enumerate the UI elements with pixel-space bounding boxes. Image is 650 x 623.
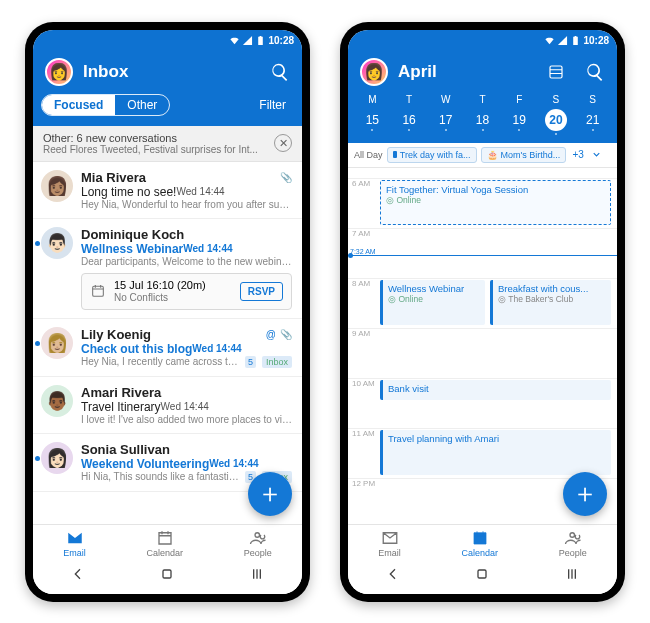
new-event-fab[interactable]: ＋ [563, 472, 607, 516]
svg-rect-0 [93, 286, 104, 296]
event-dot-icon [445, 129, 447, 131]
recents-icon[interactable] [249, 566, 265, 586]
message-time: Wed 14:44 [192, 343, 241, 354]
event-yoga[interactable]: Fit Together: Virtual Yoga Session ◎ Onl… [380, 180, 611, 225]
phone-inbox: 10:28 Inbox Focused Other Filter Other: … [25, 22, 310, 602]
nav-calendar[interactable]: Calendar [146, 529, 183, 558]
signal-icon [557, 35, 568, 46]
bottom-nav: Email Calendar People [348, 524, 617, 560]
allday-event-1[interactable]: Trek day with fa... [387, 147, 477, 163]
people-icon [564, 529, 582, 547]
message-preview: Hey Nia, Wonderful to hear from you afte… [81, 199, 292, 210]
week-picker[interactable]: MTWTFSS 15 16 17 18 19 20 21 [348, 94, 617, 143]
date-cell[interactable]: 19 [501, 113, 538, 131]
other-banner[interactable]: Other: 6 new conversations Reed Flores T… [33, 126, 302, 162]
message-subject: Check out this blog [81, 342, 192, 356]
message-item[interactable]: 👨🏻 Dominique Koch Wellness Webinar Wed 1… [33, 219, 302, 319]
home-icon[interactable] [474, 566, 490, 586]
sender-avatar[interactable]: 👨🏾 [41, 385, 73, 417]
home-icon[interactable] [159, 566, 175, 586]
sender-avatar[interactable]: 👨🏻 [41, 227, 73, 259]
message-subject: Travel Itinerary [81, 400, 161, 414]
plus-icon: ＋ [257, 476, 283, 511]
phone-calendar: 10:28 April MTWTFSS 15 16 17 18 19 20 21 [340, 22, 625, 602]
agenda-icon[interactable] [547, 63, 565, 81]
message-item[interactable]: 👩🏽 Mia Rivera 📎 Long time no see! Wed 14… [33, 162, 302, 219]
close-icon[interactable]: ✕ [274, 134, 292, 152]
square-icon [393, 151, 397, 158]
event-bank[interactable]: Bank visit [380, 380, 611, 400]
now-indicator [348, 255, 617, 256]
rsvp-button[interactable]: RSVP [240, 282, 283, 301]
location-icon: ◎ [386, 195, 396, 205]
date-cell[interactable]: 17 [427, 113, 464, 131]
event-webinar[interactable]: Wellness Webinar ◎ Online [380, 280, 485, 325]
recents-icon[interactable] [564, 566, 580, 586]
tab-other[interactable]: Other [115, 95, 169, 115]
date-number: 18 [476, 113, 489, 127]
sender-avatar[interactable]: 👩🏽 [41, 170, 73, 202]
date-cell[interactable]: 21 [574, 113, 611, 131]
dow-label: S [574, 94, 611, 105]
date-cell[interactable]: 16 [391, 113, 428, 131]
nav-email-label: Email [63, 548, 86, 558]
message-subject: Weekend Volunteering [81, 457, 209, 471]
allday-label: All Day [354, 150, 383, 160]
android-nav [348, 560, 617, 594]
date-cell[interactable]: 18 [464, 113, 501, 131]
event-breakfast[interactable]: Breakfast with cous... ◎ The Baker's Clu… [490, 280, 611, 325]
event-travel[interactable]: Travel planning with Amari [380, 430, 611, 475]
message-item[interactable]: 👩🏼 Lily Koenig @ 📎 Check out this blog W… [33, 319, 302, 377]
message-item[interactable]: 👨🏾 Amari Rivera Travel Itinerary Wed 14:… [33, 377, 302, 434]
event-location: The Baker's Club [508, 294, 573, 304]
allday-event-2[interactable]: 🎂Mom's Birthd... [481, 147, 566, 163]
day-timeline[interactable]: 6 AM 7 AM 8 AM 9 AM 10 AM 11 AM 12 PM 7:… [348, 168, 617, 524]
hour-label: 9 AM [352, 329, 370, 338]
nav-email[interactable]: Email [63, 529, 86, 558]
status-time: 10:28 [583, 35, 609, 46]
back-icon[interactable] [385, 566, 401, 586]
hour-label: 7 AM [352, 229, 370, 238]
message-preview: Hey Nia, I recently came across this... [81, 356, 239, 367]
meeting-card[interactable]: 15 Jul 16:10 (20m) No Conflicts RSVP [81, 273, 292, 310]
hour-label: 8 AM [352, 279, 370, 288]
search-icon[interactable] [585, 62, 605, 82]
back-icon[interactable] [70, 566, 86, 586]
sender-name: Dominique Koch [81, 227, 292, 242]
unread-dot-icon [35, 456, 40, 461]
compose-fab[interactable]: ＋ [248, 472, 292, 516]
event-dot-icon [555, 133, 557, 135]
nav-people[interactable]: People [244, 529, 272, 558]
mail-icon [381, 529, 399, 547]
filter-button[interactable]: Filter [259, 98, 290, 112]
nav-email[interactable]: Email [378, 529, 401, 558]
search-icon[interactable] [270, 62, 290, 82]
date-cell[interactable]: 15 [354, 113, 391, 131]
avatar[interactable] [360, 58, 388, 86]
allday-more[interactable]: +3 [570, 149, 587, 160]
date-number: 15 [366, 113, 379, 127]
chevron-down-icon[interactable] [591, 149, 602, 160]
event-title: Breakfast with cous... [498, 283, 606, 294]
nav-calendar-label: Calendar [146, 548, 183, 558]
meeting-time: 15 Jul 16:10 (20m) [114, 279, 232, 292]
calendar-icon [471, 529, 489, 547]
gift-icon: 🎂 [487, 150, 498, 160]
message-time: Wed 14:44 [209, 458, 258, 469]
nav-calendar[interactable]: Calendar [461, 529, 498, 558]
avatar[interactable] [45, 58, 73, 86]
message-list[interactable]: 👩🏽 Mia Rivera 📎 Long time no see! Wed 14… [33, 162, 302, 524]
sender-avatar[interactable]: 👩🏻 [41, 442, 73, 474]
nav-people[interactable]: People [559, 529, 587, 558]
event-dot-icon [408, 129, 410, 131]
inbox-tabs: Focused Other Filter [33, 94, 302, 126]
unread-dot-icon [35, 241, 40, 246]
tab-focused[interactable]: Focused [42, 95, 115, 115]
sender-avatar[interactable]: 👩🏼 [41, 327, 73, 359]
meeting-conflicts: No Conflicts [114, 292, 232, 304]
message-time: Wed 14:44 [161, 401, 209, 412]
message-subject: Wellness Webinar [81, 242, 183, 256]
date-cell[interactable]: 20 [538, 109, 575, 135]
date-number: 19 [513, 113, 526, 127]
wifi-icon [229, 35, 240, 46]
